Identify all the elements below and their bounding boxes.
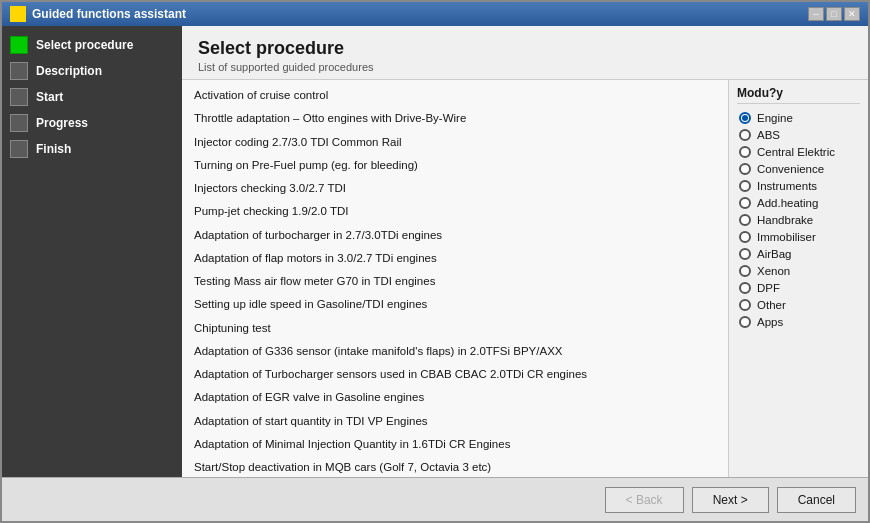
procedure-item[interactable]: Adaptation of EGR valve in Gasoline engi… bbox=[182, 386, 728, 409]
sidebar-label-select-procedure: Select procedure bbox=[36, 38, 133, 52]
radio-add-heating bbox=[739, 197, 751, 209]
module-label-handbrake: Handbrake bbox=[757, 214, 813, 226]
title-controls: – □ ✕ bbox=[808, 7, 860, 21]
sidebar-indicator-finish bbox=[10, 140, 28, 158]
window-title: Guided functions assistant bbox=[32, 7, 186, 21]
next-button[interactable]: Next > bbox=[692, 487, 769, 513]
radio-engine bbox=[739, 112, 751, 124]
sidebar: Select procedureDescriptionStartProgress… bbox=[2, 26, 182, 477]
radio-airbag bbox=[739, 248, 751, 260]
sidebar-item-select-procedure[interactable]: Select procedure bbox=[10, 36, 174, 54]
procedure-item[interactable]: Adaptation of flap motors in 3.0/2.7 TDi… bbox=[182, 247, 728, 270]
sidebar-item-description[interactable]: Description bbox=[10, 62, 174, 80]
sidebar-indicator-select-procedure bbox=[10, 36, 28, 54]
module-label-apps: Apps bbox=[757, 316, 783, 328]
module-item-other[interactable]: Other bbox=[737, 297, 860, 313]
procedure-item[interactable]: Start/Stop deactivation in MQB cars (Gol… bbox=[182, 456, 728, 477]
sidebar-label-finish: Finish bbox=[36, 142, 71, 156]
procedure-item[interactable]: Adaptation of turbocharger in 2.7/3.0TDi… bbox=[182, 224, 728, 247]
module-item-dpf[interactable]: DPF bbox=[737, 280, 860, 296]
procedure-item[interactable]: Adaptation of start quantity in TDI VP E… bbox=[182, 410, 728, 433]
radio-instruments bbox=[739, 180, 751, 192]
module-label-engine: Engine bbox=[757, 112, 793, 124]
sidebar-indicator-description bbox=[10, 62, 28, 80]
module-label-dpf: DPF bbox=[757, 282, 780, 294]
sidebar-indicator-progress bbox=[10, 114, 28, 132]
title-bar: Guided functions assistant – □ ✕ bbox=[2, 2, 868, 26]
page-subtitle: List of supported guided procedures bbox=[198, 61, 852, 73]
close-button[interactable]: ✕ bbox=[844, 7, 860, 21]
footer: < Back Next > Cancel bbox=[2, 477, 868, 521]
procedure-item[interactable]: Injector coding 2.7/3.0 TDI Common Rail bbox=[182, 131, 728, 154]
module-item-abs[interactable]: ABS bbox=[737, 127, 860, 143]
module-label-instruments: Instruments bbox=[757, 180, 817, 192]
module-item-airbag[interactable]: AirBag bbox=[737, 246, 860, 262]
sidebar-label-progress: Progress bbox=[36, 116, 88, 130]
module-panel: Modu?y EngineABSCentral ElektricConvenie… bbox=[728, 80, 868, 477]
module-label-airbag: AirBag bbox=[757, 248, 792, 260]
radio-other bbox=[739, 299, 751, 311]
radio-handbrake bbox=[739, 214, 751, 226]
procedure-item[interactable]: Throttle adaptation – Otto engines with … bbox=[182, 107, 728, 130]
radio-apps bbox=[739, 316, 751, 328]
sidebar-indicator-start bbox=[10, 88, 28, 106]
radio-immobiliser bbox=[739, 231, 751, 243]
procedure-item[interactable]: Turning on Pre-Fuel pump (eg. for bleedi… bbox=[182, 154, 728, 177]
app-icon bbox=[10, 6, 26, 22]
module-label-central-elektric: Central Elektric bbox=[757, 146, 835, 158]
module-item-immobiliser[interactable]: Immobiliser bbox=[737, 229, 860, 245]
module-item-add-heating[interactable]: Add.heating bbox=[737, 195, 860, 211]
module-label-xenon: Xenon bbox=[757, 265, 790, 277]
back-button[interactable]: < Back bbox=[605, 487, 684, 513]
procedure-item[interactable]: Chiptuning test bbox=[182, 317, 728, 340]
module-label-convenience: Convenience bbox=[757, 163, 824, 175]
radio-abs bbox=[739, 129, 751, 141]
module-label-immobiliser: Immobiliser bbox=[757, 231, 816, 243]
sidebar-item-finish[interactable]: Finish bbox=[10, 140, 174, 158]
procedure-item[interactable]: Activation of cruise control bbox=[182, 84, 728, 107]
main-body: Activation of cruise controlThrottle ada… bbox=[182, 80, 868, 477]
procedure-item[interactable]: Pump-jet checking 1.9/2.0 TDI bbox=[182, 200, 728, 223]
sidebar-label-description: Description bbox=[36, 64, 102, 78]
module-label-abs: ABS bbox=[757, 129, 780, 141]
module-title: Modu?y bbox=[737, 86, 860, 104]
module-item-xenon[interactable]: Xenon bbox=[737, 263, 860, 279]
radio-central-elektric bbox=[739, 146, 751, 158]
radio-dpf bbox=[739, 282, 751, 294]
minimize-button[interactable]: – bbox=[808, 7, 824, 21]
title-bar-left: Guided functions assistant bbox=[10, 6, 186, 22]
page-title: Select procedure bbox=[198, 38, 852, 59]
procedure-item[interactable]: Setting up idle speed in Gasoline/TDI en… bbox=[182, 293, 728, 316]
sidebar-label-start: Start bbox=[36, 90, 63, 104]
procedure-item[interactable]: Adaptation of Turbocharger sensors used … bbox=[182, 363, 728, 386]
main-panel: Select procedure List of supported guide… bbox=[182, 26, 868, 477]
module-item-convenience[interactable]: Convenience bbox=[737, 161, 860, 177]
main-header: Select procedure List of supported guide… bbox=[182, 26, 868, 80]
procedure-item[interactable]: Injectors checking 3.0/2.7 TDI bbox=[182, 177, 728, 200]
module-item-central-elektric[interactable]: Central Elektric bbox=[737, 144, 860, 160]
procedure-list[interactable]: Activation of cruise controlThrottle ada… bbox=[182, 80, 728, 477]
sidebar-item-progress[interactable]: Progress bbox=[10, 114, 174, 132]
procedure-item[interactable]: Adaptation of Minimal Injection Quantity… bbox=[182, 433, 728, 456]
sidebar-item-start[interactable]: Start bbox=[10, 88, 174, 106]
module-label-other: Other bbox=[757, 299, 786, 311]
module-item-engine[interactable]: Engine bbox=[737, 110, 860, 126]
maximize-button[interactable]: □ bbox=[826, 7, 842, 21]
radio-xenon bbox=[739, 265, 751, 277]
procedure-item[interactable]: Testing Mass air flow meter G70 in TDI e… bbox=[182, 270, 728, 293]
module-list: EngineABSCentral ElektricConvenienceInst… bbox=[737, 110, 860, 330]
cancel-button[interactable]: Cancel bbox=[777, 487, 856, 513]
module-item-apps[interactable]: Apps bbox=[737, 314, 860, 330]
procedure-item[interactable]: Adaptation of G336 sensor (intake manifo… bbox=[182, 340, 728, 363]
main-window: Guided functions assistant – □ ✕ Select … bbox=[0, 0, 870, 523]
module-item-handbrake[interactable]: Handbrake bbox=[737, 212, 860, 228]
content-area: Select procedureDescriptionStartProgress… bbox=[2, 26, 868, 477]
module-item-instruments[interactable]: Instruments bbox=[737, 178, 860, 194]
module-label-add-heating: Add.heating bbox=[757, 197, 818, 209]
radio-convenience bbox=[739, 163, 751, 175]
